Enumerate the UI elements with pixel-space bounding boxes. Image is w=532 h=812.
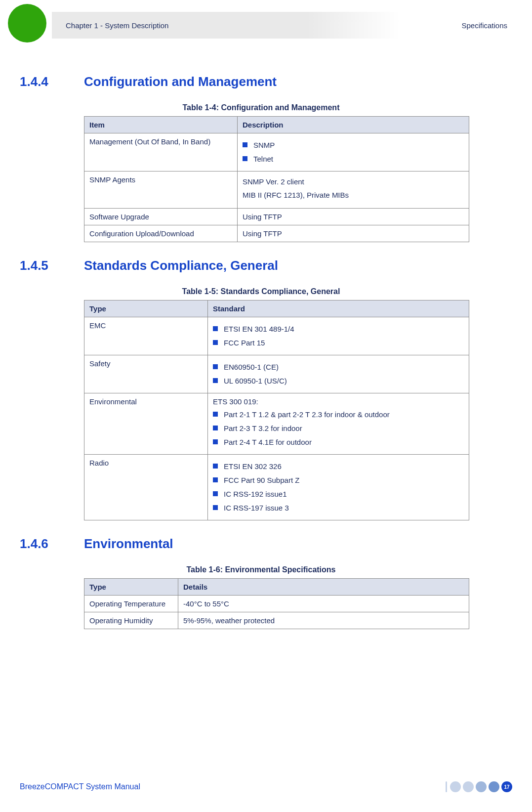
section-heading: 1.4.4 Configuration and Management	[20, 74, 502, 89]
table-row: Software Upgrade Using TFTP	[84, 209, 469, 225]
table-cell: Radio	[84, 455, 208, 520]
list-item: FCC Part 15	[213, 337, 464, 349]
page-header: Chapter 1 - System Description Specifica…	[52, 12, 517, 39]
list-item: SNMP	[243, 139, 464, 151]
table-header-row: Item Description	[84, 117, 469, 133]
table-row: Radio ETSI EN 302 326 FCC Part 90 Subpar…	[84, 455, 469, 520]
list-item: IC RSS-192 issue1	[213, 488, 464, 500]
cell-line: MIB II (RFC 1213), Private MIBs	[243, 191, 464, 199]
section-number: 1.4.4	[20, 74, 84, 89]
table-cell: Environmental	[84, 393, 208, 455]
bullet-list: EN60950-1 (CE) UL 60950-1 (US/C)	[213, 361, 464, 387]
table-header-cell: Standard	[208, 300, 469, 317]
section-title: Configuration and Management	[84, 74, 277, 89]
section-title: Standards Compliance, General	[84, 258, 278, 273]
table-header-cell: Item	[84, 117, 238, 133]
table-cell: -40°C to 55°C	[178, 596, 469, 612]
table-standards-compliance: Type Standard EMC ETSI EN 301 489-1/4 FC…	[84, 300, 469, 520]
table-cell: 5%-95%, weather protected	[178, 612, 469, 629]
table-header-row: Type Details	[84, 579, 469, 596]
table-row: Safety EN60950-1 (CE) UL 60950-1 (US/C)	[84, 355, 469, 393]
list-item: Part 2-3 T 3.2 for indoor	[213, 423, 464, 434]
dot-icon	[450, 781, 461, 792]
dot-icon	[476, 781, 487, 792]
section-title: Environmental	[84, 536, 173, 552]
list-item: Part 2-1 T 1.2 & part 2-2 T 2.3 for indo…	[213, 409, 464, 421]
list-item: EN60950-1 (CE)	[213, 361, 464, 373]
list-item: UL 60950-1 (US/C)	[213, 375, 464, 387]
footer-manual-name: BreezeCOMPACT System Manual	[20, 782, 140, 791]
header-green-dot-icon	[8, 4, 46, 43]
bullet-list: ETSI EN 301 489-1/4 FCC Part 15	[213, 323, 464, 349]
table-cell: Safety	[84, 355, 208, 393]
table-cell: Operating Temperature	[84, 596, 178, 612]
table-row: EMC ETSI EN 301 489-1/4 FCC Part 15	[84, 317, 469, 355]
bullet-list: SNMP Telnet	[243, 139, 464, 165]
page-footer: BreezeCOMPACT System Manual 17	[20, 781, 512, 792]
footer-page-ornament: 17	[445, 781, 512, 792]
table-cell: SNMP Telnet	[238, 133, 469, 171]
table-row: Configuration Upload/Download Using TFTP	[84, 225, 469, 242]
table-cell: ETSI EN 301 489-1/4 FCC Part 15	[208, 317, 469, 355]
section-number: 1.4.5	[20, 258, 84, 273]
table-header-cell: Details	[178, 579, 469, 596]
section-heading: 1.4.5 Standards Compliance, General	[20, 258, 502, 273]
table-cell: EMC	[84, 317, 208, 355]
page-content: 1.4.4 Configuration and Management Table…	[20, 74, 502, 645]
table-row: Operating Temperature -40°C to 55°C	[84, 596, 469, 612]
table-cell: Management (Out Of Band, In Band)	[84, 133, 238, 171]
table-cell: Using TFTP	[238, 209, 469, 225]
table-cell: Software Upgrade	[84, 209, 238, 225]
bullet-list: ETSI EN 302 326 FCC Part 90 Subpart Z IC…	[213, 461, 464, 514]
table-environmental: Type Details Operating Temperature -40°C…	[84, 578, 469, 629]
table-cell: Using TFTP	[238, 225, 469, 242]
list-item: IC RSS-197 issue 3	[213, 502, 464, 514]
table-header-row: Type Standard	[84, 300, 469, 317]
table-cell: SNMP Agents	[84, 171, 238, 209]
table-cell: ETSI EN 302 326 FCC Part 90 Subpart Z IC…	[208, 455, 469, 520]
dot-icon	[463, 781, 474, 792]
list-item: ETSI EN 302 326	[213, 461, 464, 472]
dot-icon	[489, 781, 499, 792]
page-number-badge: 17	[501, 781, 512, 792]
table-cell: SNMP Ver. 2 client MIB II (RFC 1213), Pr…	[238, 171, 469, 209]
table-caption: Table 1-5: Standards Compliance, General	[20, 287, 502, 296]
table-cell: EN60950-1 (CE) UL 60950-1 (US/C)	[208, 355, 469, 393]
list-item: Part 2-4 T 4.1E for outdoor	[213, 436, 464, 448]
table-header-cell: Type	[84, 579, 178, 596]
table-row: SNMP Agents SNMP Ver. 2 client MIB II (R…	[84, 171, 469, 209]
table-caption: Table 1-4: Configuration and Management	[20, 103, 502, 112]
cell-pretext: ETS 300 019:	[213, 397, 464, 406]
list-item: ETSI EN 301 489-1/4	[213, 323, 464, 335]
chapter-label: Chapter 1 - System Description	[66, 21, 168, 30]
table-row: Environmental ETS 300 019: Part 2-1 T 1.…	[84, 393, 469, 455]
list-item: Telnet	[243, 153, 464, 165]
table-header-cell: Description	[238, 117, 469, 133]
table-row: Operating Humidity 5%-95%, weather prote…	[84, 612, 469, 629]
table-cell: ETS 300 019: Part 2-1 T 1.2 & part 2-2 T…	[208, 393, 469, 455]
table-config-management: Item Description Management (Out Of Band…	[84, 116, 469, 242]
table-cell: Configuration Upload/Download	[84, 225, 238, 242]
section-label: Specifications	[461, 21, 507, 30]
bullet-list: Part 2-1 T 1.2 & part 2-2 T 2.3 for indo…	[213, 409, 464, 448]
table-header-cell: Type	[84, 300, 208, 317]
list-item: FCC Part 90 Subpart Z	[213, 474, 464, 486]
table-caption: Table 1-6: Environmental Specifications	[20, 565, 502, 574]
cell-line: SNMP Ver. 2 client	[243, 177, 464, 186]
section-heading: 1.4.6 Environmental	[20, 536, 502, 552]
table-row: Management (Out Of Band, In Band) SNMP T…	[84, 133, 469, 171]
dot-separator-icon	[446, 781, 447, 792]
table-cell: Operating Humidity	[84, 612, 178, 629]
section-number: 1.4.6	[20, 536, 84, 552]
